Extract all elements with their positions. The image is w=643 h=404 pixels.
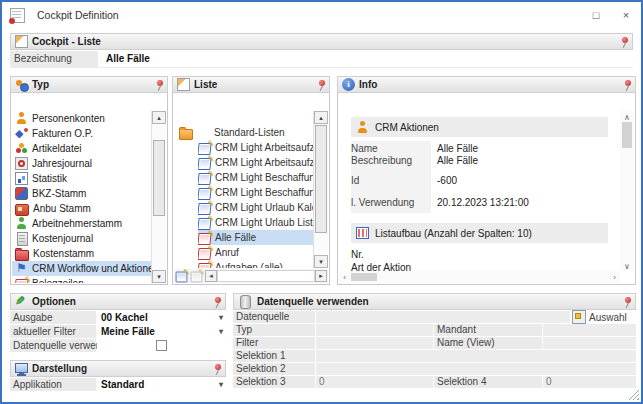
scroll-up-icon[interactable] (152, 111, 166, 124)
list-red-icon (198, 248, 212, 260)
year-journal-icon (15, 157, 28, 170)
close-button[interactable]: × (619, 9, 633, 21)
datenquelle-verwenden-checkbox[interactable] (156, 340, 167, 351)
form-icon (15, 35, 28, 48)
aktueller-filter-dropdown[interactable]: Meine Fälle▾ (97, 325, 226, 338)
liste-item-selected[interactable]: Alle Fälle (198, 230, 314, 245)
selektion2-label: Selektion 2 (233, 363, 315, 375)
liste-item[interactable]: CRM Light Urlaub Kalender (198, 200, 314, 215)
typ-list: Personenkonten Fakturen O.P. Artikeldate… (10, 93, 168, 285)
copy-list-button[interactable] (191, 272, 203, 283)
scroll-down-icon[interactable] (314, 255, 328, 268)
scroll-thumb[interactable] (622, 122, 632, 148)
liste-hscrollbar[interactable] (205, 270, 327, 282)
bezeichnung-field[interactable]: Alle Fälle (98, 51, 633, 68)
mandant-field[interactable] (543, 324, 636, 336)
typ-scrollbar[interactable] (151, 111, 166, 283)
bezeichnung-row: Bezeichnung Alle Fälle (10, 51, 633, 68)
scroll-right-icon[interactable] (315, 270, 327, 282)
ausgabe-dropdown[interactable]: 00 Kachel▾ (97, 311, 226, 324)
datenquelle-title: Datenquelle verwenden (257, 296, 369, 307)
scroll-up-icon[interactable] (620, 111, 634, 122)
cost-folder-icon (15, 250, 29, 261)
typ-item[interactable]: Anbu Stamm (12, 201, 152, 216)
pin-icon[interactable] (618, 36, 629, 49)
articles-icon (15, 142, 28, 155)
new-list-button[interactable] (176, 272, 188, 283)
applikation-dropdown[interactable]: Standard▾ (97, 378, 226, 391)
chevron-down-icon[interactable]: ▾ (219, 325, 223, 338)
typ-item[interactable]: Kostenstamm (12, 246, 152, 261)
selektion2-field[interactable] (316, 363, 636, 375)
liste-item[interactable]: CRM Light Urlaub Liste (198, 215, 314, 230)
selektion1-field[interactable] (316, 350, 636, 362)
filter-field[interactable] (316, 337, 433, 349)
filter-label: Filter (233, 337, 315, 349)
datenquelle-field[interactable]: Auswahl (316, 311, 636, 323)
liste-item[interactable]: CRM Light Arbeitsaufzeich... (198, 140, 314, 155)
list-blue-icon (198, 188, 212, 200)
pencil-icon (15, 295, 28, 308)
maximize-button[interactable]: □ (589, 9, 603, 21)
optionen-title: Optionen (32, 296, 76, 307)
pin-icon[interactable] (153, 79, 164, 92)
scroll-left-icon[interactable] (339, 271, 350, 283)
typ-item-selected[interactable]: CRM Workflow und Aktionen (12, 261, 152, 276)
pin-icon[interactable] (211, 296, 222, 309)
scroll-thumb[interactable] (153, 140, 165, 216)
scroll-left-icon[interactable] (205, 270, 217, 282)
id-label: Id (351, 175, 437, 187)
liste-scrollbar[interactable] (313, 111, 328, 268)
scroll-track[interactable] (217, 270, 315, 282)
chevron-down-icon[interactable]: ▾ (219, 378, 223, 391)
listaufbau-bar: Listaufbau (Anzahl der Spalten: 10) (351, 223, 608, 243)
titlebar: Cockpit Definition □ × (2, 2, 641, 28)
resize-grip[interactable] (628, 389, 639, 400)
typ-field[interactable] (316, 324, 433, 336)
liste-item[interactable]: Aufgaben (alle) (198, 260, 314, 268)
scroll-right-icon[interactable] (609, 271, 620, 283)
pin-icon[interactable] (621, 296, 632, 309)
typ-item[interactable]: Personenkonten (12, 111, 152, 126)
typ-panel: Typ Personenkonten Fakturen O.P. Artikel… (10, 76, 168, 285)
pin-icon[interactable] (315, 79, 326, 92)
typ-item[interactable]: BKZ-Stamm (12, 186, 152, 201)
scroll-down-icon[interactable] (152, 270, 166, 283)
liste-title: Liste (194, 79, 217, 90)
info-icon (342, 78, 355, 91)
typ-item[interactable]: Kostenjournal (12, 231, 152, 246)
scroll-thumb[interactable] (315, 125, 327, 233)
typ-item[interactable]: Arbeitnehmerstamm (12, 216, 152, 231)
liste-item[interactable]: Standard-Listen (174, 125, 314, 140)
info-content: CRM Aktionen NameAlle Fälle Beschreibung… (339, 111, 620, 271)
info-vscrollbar[interactable] (620, 111, 634, 271)
id-value: -600 (437, 175, 457, 187)
typ-item[interactable]: Statistik (12, 171, 152, 186)
info-hscrollbar[interactable] (339, 271, 620, 283)
liste-item[interactable]: CRM Light Beschaffung Liste (198, 185, 314, 200)
crm-aktionen-bar: CRM Aktionen (351, 117, 608, 137)
name-view-field[interactable] (543, 337, 636, 349)
pin-icon[interactable] (211, 363, 222, 376)
pin-icon[interactable] (621, 79, 632, 92)
selektion4-field[interactable]: 0 (543, 376, 636, 388)
liste-item[interactable]: Anruf (198, 245, 314, 260)
typ-item[interactable]: Artikeldatei (12, 141, 152, 156)
bezeichnung-label: Bezeichnung (10, 51, 98, 68)
window-title: Cockpit Definition (37, 9, 119, 21)
beschreibung-value: Alle Fälle (437, 155, 478, 167)
scroll-thumb[interactable] (351, 273, 377, 281)
name-value: Alle Fälle (437, 143, 478, 155)
scroll-down-icon[interactable] (620, 260, 634, 271)
auswahl-button[interactable]: Auswahl (570, 310, 636, 324)
liste-item[interactable]: CRM Light Arbeitsaufzeich... (198, 155, 314, 170)
scroll-up-icon[interactable] (314, 111, 328, 124)
cockpit-liste-title: Cockpit - Liste (32, 36, 101, 47)
liste-item[interactable]: CRM Light Beschaffung K... (198, 170, 314, 185)
chevron-down-icon[interactable]: ▾ (219, 311, 223, 324)
selektion3-field[interactable]: 0 (316, 376, 433, 388)
datenquelle-header: Datenquelle verwenden (233, 293, 636, 310)
typ-item[interactable]: Belegzeilen (12, 276, 152, 283)
typ-item[interactable]: Fakturen O.P. (12, 126, 152, 141)
typ-item[interactable]: Jahresjournal (12, 156, 152, 171)
